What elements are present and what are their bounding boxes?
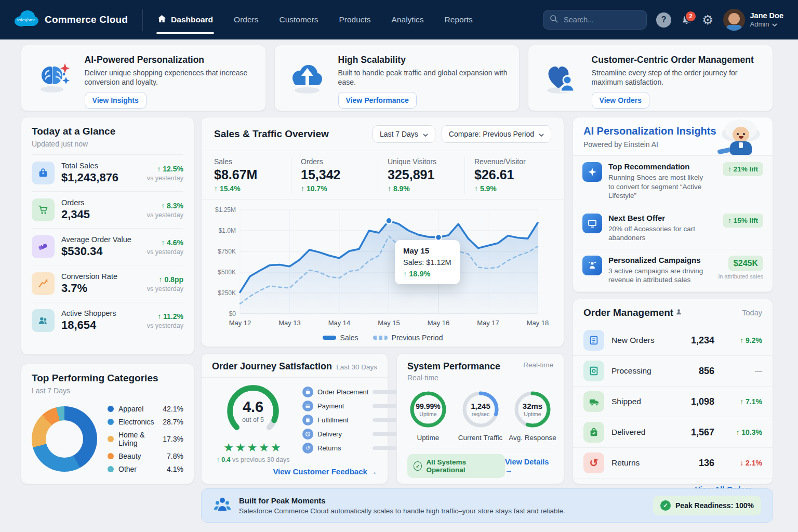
compare-select[interactable]: Compare: Previous Period [442, 125, 551, 143]
svg-text:salesforce: salesforce [17, 17, 35, 22]
feature-title: High Scalability [338, 55, 509, 65]
primary-nav: Dashboard Orders Customers Products Anal… [157, 15, 473, 25]
today-at-a-glance-panel: Today at a Glance Updated just now Total… [21, 117, 194, 355]
nav-orders[interactable]: Orders [234, 15, 258, 24]
metric-conversion-rate[interactable]: Conversion Rate 3.7% ↑ 0.8pp vs yesterda… [32, 265, 183, 302]
feature-card-personalization: AI-Powered Personalization Deliver uniqu… [21, 45, 266, 111]
categories-donut-chart[interactable] [32, 406, 97, 472]
check-icon: ✓ [660, 500, 671, 511]
top-nav: salesforce Commerce Cloud Dashboard Orde… [0, 0, 798, 39]
view-orders-button[interactable]: View Orders [592, 92, 649, 109]
chevron-down-icon [423, 130, 428, 138]
cart-icon [32, 198, 55, 221]
svg-text:$500K: $500K [218, 269, 236, 276]
feature-desc: Deliver unique shopping experiences that… [85, 68, 255, 87]
nav-reports[interactable]: Reports [445, 15, 473, 24]
svg-text:req/sec: req/sec [471, 411, 489, 417]
payment-icon [302, 401, 313, 411]
view-performance-button[interactable]: View Performance [338, 92, 417, 109]
banner-title: Built for Peak Moments [239, 496, 565, 505]
uptime-ring: 99.99% Uptime Uptime [404, 389, 452, 442]
all-systems-operational-badge: ✓ All Systems Operational [407, 454, 505, 478]
shopping-bag-icon [32, 162, 55, 184]
metric-total-sales[interactable]: Total Sales $1,243,876 ↑ 12.5% vs yester… [32, 154, 183, 191]
svg-text:May 17: May 17 [477, 319, 499, 327]
commerce-cloud-dashboard: salesforce Commerce Cloud Dashboard Orde… [0, 0, 798, 532]
notifications-bell-icon[interactable]: 2 [681, 14, 693, 26]
people-icon [32, 309, 55, 332]
satisfaction-title: Order Journey Satisfaction [212, 361, 332, 372]
svg-text:May 16: May 16 [428, 319, 450, 327]
processing-icon [583, 361, 604, 381]
svg-text:May 12: May 12 [229, 319, 251, 327]
settings-gear-icon[interactable]: ⚙ [702, 14, 713, 26]
view-customer-feedback-link[interactable]: View Customer Feedback → [273, 467, 377, 476]
svg-text:1,245: 1,245 [471, 402, 490, 410]
sparkle-icon [582, 162, 602, 182]
ai-item-next-best-offer[interactable]: Next Best Offer 20% off Accessories for … [573, 207, 773, 249]
delivery-icon [302, 429, 313, 440]
user-menu[interactable]: Jane Doe Admin [723, 9, 783, 31]
order-row-shipped[interactable]: Shipped 1,098 ↑ 7.1% [573, 387, 773, 417]
view-details-link[interactable]: View Details → [505, 458, 553, 474]
search-input[interactable] [563, 15, 637, 24]
feature-title: AI-Powered Personalization [85, 55, 255, 65]
brand[interactable]: salesforce Commerce Cloud [12, 9, 128, 31]
legend-sales: Sales [323, 334, 358, 342]
delivered-bag-icon [583, 422, 604, 443]
sales-traffic-panel: Sales & Traffic Overview Last 7 Days Com… [201, 117, 564, 347]
order-management-title: Order Management [583, 307, 673, 318]
metric-orders[interactable]: Orders 2,345 ↑ 8.3% vs yesterday [32, 191, 183, 228]
cloud-upload-icon [285, 54, 329, 102]
ai-item-top-recommendation[interactable]: Top Recommendation Running Shoes are mos… [573, 156, 773, 207]
order-row-processing[interactable]: Processing 856 — [573, 356, 773, 387]
user-name: Jane Doe [750, 11, 783, 20]
satisfaction-period: Last 30 Days [336, 363, 377, 371]
feature-desc: Built to handle peak traffic and global … [338, 68, 509, 87]
nav-customers[interactable]: Customers [279, 15, 318, 24]
order-delta: ↓ 2.1% [722, 459, 762, 467]
nav-products[interactable]: Products [339, 15, 370, 24]
order-row-returns[interactable]: ↺ Returns 136 ↓ 2.1% [573, 448, 773, 478]
feature-title: Customer-Centric Order Management [592, 55, 762, 65]
nav-analytics[interactable]: Analytics [392, 15, 424, 24]
glance-updated: Updated just now [32, 140, 183, 148]
search-box[interactable] [543, 10, 647, 30]
order-row-new-orders[interactable]: New Orders 1,234 ↑ 9.2% [573, 325, 773, 356]
order-row-delivered[interactable]: Delivered 1,567 ↑ 10.3% [573, 417, 773, 448]
order-management-panel: Order Management Today New Orders 1,234 … [573, 299, 773, 484]
system-title: System Performance [407, 361, 500, 372]
notification-badge: 2 [685, 10, 697, 22]
ai-item-personalized-campaigns[interactable]: Personalized Campaigns 3 active campaign… [573, 249, 773, 291]
metric-active-shoppers[interactable]: Active Shoppers 18,654 ↑ 11.2% vs yester… [32, 302, 183, 339]
search-icon [550, 15, 558, 25]
help-icon[interactable]: ? [656, 12, 671, 28]
crowd-icon [213, 495, 232, 516]
categories-legend: Apparel42.1% Electronics28.7% Home & Liv… [108, 402, 183, 475]
order-journey-satisfaction-panel: Order Journey Satisfaction Last 30 Days … [201, 353, 388, 484]
avatar [723, 9, 745, 31]
banner-desc: Salesforce Commerce Cloud automatically … [239, 507, 565, 515]
price-tags-icon [32, 235, 55, 258]
nav-dashboard[interactable]: Dashboard [157, 15, 213, 25]
chevron-down-icon [772, 20, 777, 29]
sales-traffic-line-chart[interactable]: $0$250K$500K$750K$1.0M$1.25MMay 12May 13… [214, 204, 552, 329]
campaign-icon [582, 256, 602, 275]
svg-text:Uptime: Uptime [419, 411, 436, 417]
categories-title: Top Performing Categories [32, 373, 183, 384]
new-order-icon [583, 330, 604, 351]
stat-sales: Sales $8.67M ↑ 15.4% [214, 157, 291, 193]
previous-period-swatch [373, 336, 388, 340]
chart-tooltip: May 15 Sales: $1.12M ↑ 18.9% [395, 240, 460, 284]
metric-average-order-value[interactable]: Average Order Value $530.34 ↑ 4.6% vs ye… [32, 228, 183, 265]
svg-text:May 15: May 15 [378, 319, 400, 327]
user-role: Admin [750, 20, 769, 29]
star-rating: ★★★★★ [212, 442, 294, 454]
feature-card-scalability: High Scalability Built to handle peak tr… [274, 45, 520, 111]
stat-unique-visitors: Unique Visitors 325,891 ↑ 8.9% [378, 157, 464, 193]
view-insights-button[interactable]: View Insights [85, 92, 147, 109]
sales-chart-area[interactable]: $0$250K$500K$750K$1.0M$1.25MMay 12May 13… [202, 200, 564, 331]
date-range-select[interactable]: Last 7 Days [373, 125, 435, 143]
brand-name: Commerce Cloud [45, 14, 128, 25]
order-delta: ↑ 10.3% [722, 428, 762, 436]
